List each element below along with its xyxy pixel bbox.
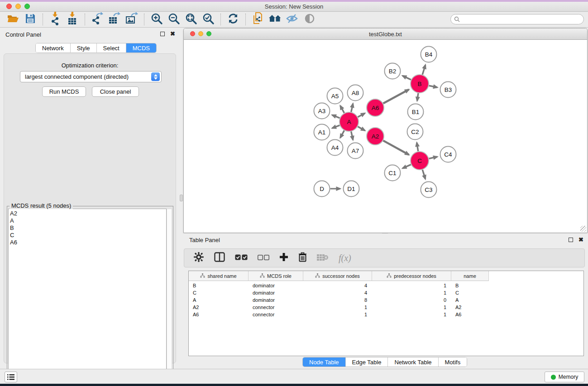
import-network-button[interactable]	[47, 13, 64, 26]
table-header-row[interactable]: shared nameMCDS rolesuccessor nodesprede…	[189, 271, 489, 281]
graph-node-C[interactable]: C	[411, 152, 429, 170]
delete-column-button[interactable]	[298, 251, 307, 265]
mcds-result-scrollbar[interactable]	[167, 209, 172, 383]
mcds-result-item[interactable]: A2	[10, 210, 166, 217]
edge-C-C3[interactable]	[422, 170, 425, 179]
graph-node-A3[interactable]: A3	[314, 103, 330, 119]
edge-A-A3[interactable]	[332, 115, 340, 118]
tab-mcds[interactable]: MCDS	[126, 43, 156, 52]
save-session-button[interactable]	[22, 13, 39, 26]
network-canvas[interactable]: B4B2BB3B1A5A8A6A3AA1A2C2A4A7CC4C1C3DD1	[184, 40, 587, 233]
tab-network-table[interactable]: Network Table	[388, 357, 438, 367]
graph-node-C1[interactable]: C1	[385, 165, 401, 181]
new-network-from-selection-button[interactable]	[249, 13, 267, 26]
tab-style[interactable]: Style	[71, 43, 97, 52]
hide-selected-button[interactable]	[284, 13, 301, 26]
graph-node-A2[interactable]: A2	[367, 128, 384, 145]
zoom-out-button[interactable]	[165, 13, 182, 26]
graph-node-D[interactable]: D	[314, 181, 330, 197]
graph-node-A5[interactable]: A5	[327, 88, 343, 104]
zoom-in-button[interactable]	[148, 13, 165, 26]
table-row[interactable]: Cdominator41C	[189, 289, 489, 296]
import-table-button[interactable]	[64, 13, 81, 26]
tab-network[interactable]: Network	[36, 43, 71, 52]
graph-node-B3[interactable]: B3	[440, 82, 456, 98]
mcds-result-item[interactable]: A	[10, 217, 166, 224]
export-image-button[interactable]	[123, 13, 140, 26]
graph-node-B2[interactable]: B2	[385, 63, 401, 79]
network-minimize-button[interactable]	[198, 31, 203, 36]
tab-select[interactable]: Select	[97, 43, 126, 52]
node-table[interactable]: shared nameMCDS rolesuccessor nodesprede…	[188, 271, 584, 356]
graph-node-A4[interactable]: A4	[327, 140, 343, 156]
search-input[interactable]	[462, 16, 583, 23]
zoom-selected-button[interactable]	[200, 13, 217, 26]
graph-node-B1[interactable]: B1	[408, 104, 424, 120]
first-neighbors-home-button[interactable]	[267, 13, 284, 26]
edge-C-C4[interactable]	[429, 157, 437, 158]
export-network-button[interactable]	[89, 13, 106, 26]
graph-node-B4[interactable]: B4	[421, 47, 437, 62]
edge-B-B4[interactable]	[422, 65, 425, 75]
criterion-dropdown[interactable]: largest connected component (directed)	[20, 71, 162, 82]
mcds-result-list[interactable]: A2ABCA6	[8, 209, 167, 383]
column-header-name[interactable]: name	[451, 271, 489, 281]
close-panel-button[interactable]: Close panel	[92, 86, 139, 97]
table-row[interactable]: A6connector11A6	[189, 311, 489, 318]
refresh-layout-button[interactable]	[225, 13, 242, 26]
show-hidden-button[interactable]	[301, 13, 318, 26]
open-file-button[interactable]	[5, 13, 22, 26]
table-row[interactable]: A2connector11A2	[189, 304, 489, 311]
graph-node-A7[interactable]: A7	[348, 143, 363, 159]
network-close-button[interactable]	[190, 31, 195, 36]
tab-node-table[interactable]: Node Table	[303, 357, 346, 367]
close-panel-icon[interactable]: ✖	[170, 32, 175, 36]
mcds-result-item[interactable]: A6	[10, 239, 166, 246]
search-field[interactable]	[450, 14, 584, 24]
select-all-columns-button[interactable]	[235, 251, 248, 265]
graph-node-A6[interactable]: A6	[367, 99, 384, 116]
column-header-MCDS-role[interactable]: MCDS role	[249, 271, 303, 281]
edge-A-A4[interactable]	[340, 130, 344, 138]
network-window-titlebar[interactable]: testGlobe.txt	[184, 29, 587, 40]
float-panel-icon[interactable]	[160, 32, 165, 36]
graph-node-C2[interactable]: C2	[407, 124, 423, 140]
table-row[interactable]: Adominator80A	[189, 296, 489, 304]
edge-A-A6[interactable]	[358, 113, 365, 117]
graph-node-A1[interactable]: A1	[314, 124, 330, 140]
edge-A-A7[interactable]	[351, 131, 353, 140]
delete-table-button[interactable]	[317, 251, 329, 265]
window-controls[interactable]	[6, 4, 30, 9]
mcds-result-item[interactable]: B	[10, 224, 166, 232]
zoom-fit-button[interactable]	[182, 13, 200, 26]
network-window-controls[interactable]	[190, 31, 211, 36]
edge-A-A2[interactable]	[358, 127, 365, 131]
close-window-button[interactable]	[6, 4, 12, 9]
window-resize-grip[interactable]	[580, 226, 586, 232]
table-body[interactable]: Bdominator41BCdominator41CAdominator80AA…	[189, 282, 489, 318]
task-history-button[interactable]	[5, 372, 17, 382]
memory-button[interactable]: Memory	[545, 372, 584, 382]
edge-C-C2[interactable]	[417, 143, 418, 151]
tab-motifs[interactable]: Motifs	[439, 357, 467, 367]
column-header-successor-nodes[interactable]: successor nodes	[303, 271, 372, 281]
edge-B-B3[interactable]	[429, 86, 437, 87]
column-header-predecessor-nodes[interactable]: predecessor nodes	[372, 271, 451, 281]
graph-node-D1[interactable]: D1	[344, 181, 359, 197]
zoom-window-button[interactable]	[24, 4, 30, 9]
settings-gear-button[interactable]	[193, 251, 204, 265]
edge-B-B1[interactable]	[417, 93, 418, 101]
network-zoom-button[interactable]	[206, 31, 211, 36]
graph-node-C3[interactable]: C3	[421, 182, 437, 198]
graph-node-A8[interactable]: A8	[348, 85, 363, 101]
graph-node-A[interactable]: A	[339, 112, 359, 131]
minimize-window-button[interactable]	[15, 4, 21, 9]
tab-edge-table[interactable]: Edge Table	[346, 357, 388, 367]
float-table-panel-icon[interactable]	[569, 238, 573, 242]
unselect-all-columns-button[interactable]	[258, 251, 269, 265]
edge-A-A5[interactable]	[340, 106, 344, 113]
edge-A2-C[interactable]	[383, 141, 409, 155]
edge-A-A1[interactable]	[332, 125, 340, 128]
column-header-shared-name[interactable]: shared name	[189, 271, 249, 281]
graph-node-B[interactable]: B	[411, 75, 429, 93]
